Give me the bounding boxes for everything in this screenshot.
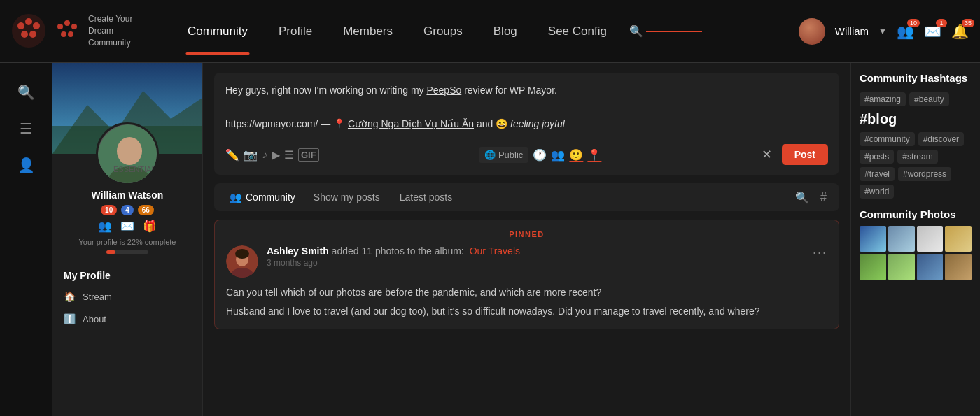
compose-line1: Hey guys, right now I'm working on writi… — [225, 85, 557, 96]
close-compose-icon[interactable]: ✕ — [762, 147, 772, 162]
profile-progress-bar — [106, 250, 148, 254]
svg-point-15 — [117, 137, 142, 165]
hashtag-discover[interactable]: #discover — [918, 132, 964, 146]
nav-blog[interactable]: Blog — [478, 0, 533, 63]
svg-text:ESSENTIAL: ESSENTIAL — [113, 165, 156, 173]
edit-icon[interactable]: ✏️ — [225, 148, 239, 162]
svg-point-6 — [57, 24, 63, 29]
post-button[interactable]: Post — [782, 144, 828, 165]
location-icon[interactable]: 📍 — [587, 148, 601, 162]
photo-icon[interactable]: 📷 — [244, 148, 258, 162]
profile-complete-text: Your profile is 22% complete — [58, 237, 197, 248]
photo-thumb-5[interactable] — [860, 254, 886, 280]
post-time: 3 months ago — [267, 258, 804, 268]
nav-username[interactable]: William — [835, 25, 869, 37]
visibility-label: Public — [498, 150, 523, 160]
post-album-link[interactable]: Our Travels — [470, 245, 520, 257]
community-tab-label: Community — [246, 192, 295, 203]
about-icon: ℹ️ — [64, 313, 76, 324]
chevron-down-icon[interactable]: ▼ — [878, 27, 887, 36]
photo-thumb-1[interactable] — [860, 226, 886, 252]
photos-grid — [860, 226, 972, 281]
hashtag-wordpress[interactable]: #wordpress — [898, 167, 951, 181]
emoji-icon[interactable]: 🙂 — [569, 148, 583, 162]
nav-profile[interactable]: Profile — [263, 0, 328, 63]
hashtag-community[interactable]: #community — [860, 132, 915, 146]
post-user-avatar — [226, 245, 258, 278]
sidebar-menu-icon[interactable]: ☰ — [20, 110, 32, 147]
profile-name: William Watson — [52, 189, 202, 201]
members-badge: 10 — [907, 19, 920, 27]
post-body-line1: Can you tell which of our photos are bef… — [226, 285, 827, 300]
post-body: Can you tell which of our photos are bef… — [226, 285, 827, 319]
community-tab-icon: 👥 — [230, 192, 241, 203]
nav-user-area: William ▼ 👥 10 ✉️ 1 🔔 35 — [799, 18, 969, 45]
post-action-text: added 11 photos to the album: — [332, 245, 464, 257]
photo-thumb-3[interactable] — [917, 226, 944, 252]
notifications-icon-btn[interactable]: 🔔 35 — [951, 23, 969, 40]
photo-thumb-2[interactable] — [888, 226, 915, 252]
nav-groups[interactable]: Groups — [408, 0, 478, 63]
photos-title: Community Photos — [860, 208, 972, 220]
tab-community[interactable]: 👥 Community — [221, 187, 304, 207]
visibility-selector[interactable]: 🌐 Public — [479, 147, 528, 163]
hashtag-blog[interactable]: #blog — [860, 110, 972, 129]
tag-friends-icon[interactable]: 👥 — [551, 148, 565, 162]
post-more-icon[interactable]: ··· — [813, 245, 827, 260]
about-menu-item[interactable]: ℹ️ About — [52, 308, 202, 330]
post-header: Ashley Smith added 11 photos to the albu… — [226, 245, 827, 278]
photo-thumb-8[interactable] — [945, 254, 972, 280]
hashtag-stream[interactable]: #stream — [897, 150, 937, 164]
gif-icon[interactable]: GIF — [298, 148, 319, 162]
svg-point-10 — [68, 31, 74, 37]
hashtag-posts[interactable]: #posts — [860, 150, 894, 164]
latest-posts-label: Latest posts — [400, 192, 453, 203]
feed-search-icon[interactable]: 🔍 — [790, 188, 815, 207]
pinned-post: PINNED Ashley Smith added 11 photos to t… — [214, 220, 839, 329]
post-meta: Ashley Smith added 11 photos to the albu… — [267, 245, 804, 268]
clock-icon[interactable]: 🕐 — [533, 148, 547, 162]
svg-point-9 — [61, 31, 66, 37]
sidebar-search-icon[interactable]: 🔍 — [18, 74, 35, 110]
brand-icon — [53, 17, 81, 45]
feed-hashtag-icon[interactable]: # — [815, 188, 832, 206]
hashtags-grid: #amazing #beauty #blog #community #disco… — [860, 92, 972, 199]
stream-label: Stream — [83, 292, 112, 302]
nav-see-config[interactable]: See Config — [533, 0, 622, 63]
stream-menu-item[interactable]: 🏠 Stream — [52, 285, 202, 308]
hashtag-world[interactable]: #world — [860, 185, 894, 199]
stat-badge-1: 10 — [101, 205, 117, 215]
tab-show-my-posts[interactable]: Show my posts — [304, 187, 390, 207]
hashtag-beauty[interactable]: #beauty — [909, 92, 949, 106]
members-icon-btn[interactable]: 👥 10 — [897, 23, 914, 40]
right-sidebar: Community Hashtags #amazing #beauty #blo… — [850, 63, 980, 416]
hashtags-title: Community Hashtags — [860, 71, 972, 85]
pinned-label: PINNED — [226, 230, 827, 238]
photo-thumb-6[interactable] — [888, 254, 915, 280]
profile-icons-row: 👥 ✉️ 🎁 — [52, 220, 202, 233]
profile-progress-fill — [106, 250, 115, 254]
search-icon: 🔍 — [629, 24, 643, 38]
hashtag-travel[interactable]: #travel — [860, 167, 895, 181]
photo-thumb-7[interactable] — [917, 254, 944, 280]
video-icon[interactable]: ▶ — [272, 148, 280, 162]
svg-point-5 — [29, 31, 36, 38]
nav-members[interactable]: Members — [328, 0, 408, 63]
hashtag-amazing[interactable]: #amazing — [860, 92, 906, 106]
tab-latest-posts[interactable]: Latest posts — [390, 187, 463, 207]
list-icon[interactable]: ☰ — [284, 148, 294, 162]
messages-icon-btn[interactable]: ✉️ 1 — [924, 23, 941, 40]
svg-point-8 — [71, 24, 77, 29]
nav-community[interactable]: Community — [172, 0, 263, 63]
logo-icon — [11, 13, 46, 48]
user-avatar[interactable] — [799, 18, 825, 45]
nav-search-area: 🔍 — [622, 24, 709, 38]
main-layout: 🔍 ☰ 👤 — [0, 63, 980, 416]
sidebar-user-icon[interactable]: 👤 — [18, 147, 35, 183]
svg-point-2 — [25, 18, 32, 25]
svg-point-1 — [18, 22, 24, 29]
svg-point-7 — [64, 20, 70, 26]
photo-thumb-4[interactable] — [945, 226, 972, 252]
post-body-line2: Husband and I love to travel (and our do… — [226, 303, 827, 319]
music-icon[interactable]: ♪ — [262, 148, 267, 161]
